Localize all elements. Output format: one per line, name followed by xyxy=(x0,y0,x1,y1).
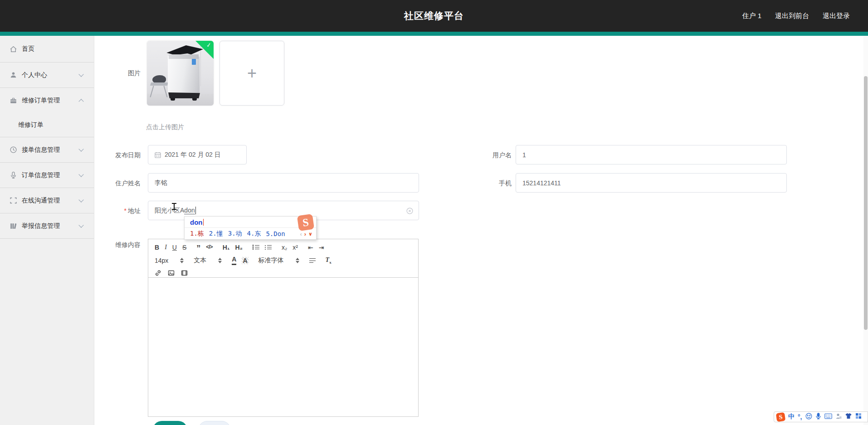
home-icon xyxy=(10,45,17,53)
ime-candidate-4[interactable]: 4.东 xyxy=(247,230,261,238)
strikethrough-button[interactable]: S xyxy=(182,244,186,251)
briefcase-icon xyxy=(10,97,17,105)
sogou-logo-icon[interactable]: S xyxy=(776,412,785,421)
submit-button[interactable] xyxy=(153,421,187,425)
resident-name-input[interactable]: 李铭 xyxy=(148,173,419,193)
editor-content-area[interactable] xyxy=(148,278,419,417)
address-value-committed: 阳光小区A xyxy=(155,207,184,215)
sidebar-item-label: 个人中心 xyxy=(22,71,47,79)
sidebar-item-repair-order-mgmt[interactable]: 维修订单管理 xyxy=(0,88,94,113)
cancel-button[interactable] xyxy=(198,421,231,425)
sidebar-item-label: 首页 xyxy=(22,45,34,53)
ime-candidate-5[interactable]: 5.Don xyxy=(266,230,285,237)
plus-icon: + xyxy=(247,65,257,82)
spinner-arrows-icon xyxy=(180,258,184,263)
publish-date-label: 发布日期 xyxy=(86,150,141,159)
heading1-button[interactable]: H₁ xyxy=(223,244,230,251)
header-link-user[interactable]: 住户 1 xyxy=(742,12,761,20)
address-label: *地址 xyxy=(86,206,141,215)
link-icon[interactable] xyxy=(155,270,161,276)
sidebar-subitem-repair-order[interactable]: 维修订单 xyxy=(0,113,94,137)
ordered-list-button[interactable] xyxy=(253,245,259,250)
ime-language-mode[interactable]: 中 xyxy=(788,413,795,421)
clear-input-icon[interactable] xyxy=(406,208,413,214)
clear-format-button[interactable]: Tx xyxy=(326,256,332,265)
page-scrollbar[interactable] xyxy=(863,36,868,425)
publish-date-value: 2021 年 02 月 02 日 xyxy=(165,151,221,159)
scrollbar-thumb[interactable] xyxy=(864,76,868,330)
header-link-logout[interactable]: 退出登录 xyxy=(823,12,850,20)
video-icon[interactable] xyxy=(181,270,188,276)
align-button[interactable] xyxy=(309,258,316,263)
indent-button[interactable]: ⇥ xyxy=(319,244,324,251)
top-navbar: 社区维修平台 住户 1 退出到前台 退出登录 xyxy=(0,0,868,32)
ime-candidate-2[interactable]: 2.懂 xyxy=(209,230,223,238)
font-size-select[interactable]: 14px xyxy=(155,257,184,264)
sidebar-item-label: 订单信息管理 xyxy=(22,171,60,179)
sidebar-item-order-info-mgmt[interactable]: 订单信息管理 xyxy=(0,163,94,188)
bullet-list-button[interactable] xyxy=(265,245,272,250)
uploaded-image-thumbnail[interactable]: ✓ xyxy=(147,41,214,106)
text-color-button[interactable]: A xyxy=(232,256,236,265)
ime-candidate-1[interactable]: 1.栋 xyxy=(190,230,204,238)
sidebar-item-home[interactable]: 首页 xyxy=(0,36,94,63)
italic-button[interactable]: I xyxy=(165,244,167,251)
toolbox-grid-icon[interactable] xyxy=(855,413,862,421)
repair-content-label: 维修内容 xyxy=(86,240,141,249)
ime-composition-row: don xyxy=(185,217,316,228)
heading2-button[interactable]: H₂ xyxy=(235,244,243,251)
chevron-down-icon xyxy=(78,146,83,151)
ime-candidate-3[interactable]: 3.动 xyxy=(228,230,242,238)
soft-keyboard-icon[interactable] xyxy=(824,413,832,421)
chevron-down-icon xyxy=(78,72,83,77)
outdent-button[interactable]: ⇤ xyxy=(308,244,313,251)
ime-more-icon[interactable]: ∨ xyxy=(308,231,312,237)
image-field-label: 图片 xyxy=(86,68,141,77)
image-icon[interactable] xyxy=(168,270,175,276)
sidebar-item-report-info-mgmt[interactable]: 举报信息管理 xyxy=(0,213,94,239)
ime-status-bar: S 中 °, xyxy=(774,411,868,422)
books-icon xyxy=(10,222,17,230)
header-links: 住户 1 退出到前台 退出登录 xyxy=(742,0,850,32)
sidebar-item-online-chat-mgmt[interactable]: 在线沟通管理 xyxy=(0,188,94,213)
chevron-down-icon xyxy=(78,197,83,202)
voice-input-icon[interactable] xyxy=(815,413,821,421)
underline-button[interactable]: U xyxy=(172,244,177,251)
emoji-icon[interactable] xyxy=(805,413,812,421)
publish-date-input[interactable]: 2021 年 02 月 02 日 xyxy=(148,145,247,164)
background-color-button[interactable]: A xyxy=(242,257,248,264)
username-input[interactable]: 1 xyxy=(516,145,787,164)
subscript-button[interactable]: x₂ xyxy=(282,244,287,251)
sidebar-item-personal-center[interactable]: 个人中心 xyxy=(0,63,94,88)
ime-composing-text: don xyxy=(190,218,203,226)
username-label: 用户名 xyxy=(457,150,512,159)
ime-punctuation-mode[interactable]: °, xyxy=(798,413,802,420)
address-value-composing: don xyxy=(184,207,195,214)
account-icon[interactable] xyxy=(835,413,842,421)
add-image-button[interactable]: + xyxy=(219,41,284,106)
resident-name-label: 住户姓名 xyxy=(86,179,141,188)
phone-input[interactable]: 15214121411 xyxy=(516,173,787,193)
accent-bar xyxy=(0,32,868,36)
code-block-button[interactable]: </> xyxy=(206,244,212,250)
spinner-arrows-icon xyxy=(218,258,222,263)
blockquote-button[interactable]: ” xyxy=(196,246,200,251)
font-family-select[interactable]: 标准字体 xyxy=(258,256,299,265)
text-style-select[interactable]: 文本 xyxy=(194,256,222,265)
superscript-button[interactable]: x² xyxy=(293,244,298,251)
ime-prev-page-icon[interactable]: ‹ xyxy=(300,231,302,237)
skin-icon[interactable] xyxy=(845,413,852,421)
ime-candidate-row: 1.栋 2.懂 3.动 4.东 5.Don ‹ › ∨ xyxy=(185,228,316,240)
header-link-exit-front[interactable]: 退出到前台 xyxy=(775,12,809,20)
chevron-down-icon xyxy=(78,222,83,227)
washer-photo-stool xyxy=(150,82,168,86)
sidebar-item-accept-info-mgmt[interactable]: 接单信息管理 xyxy=(0,137,94,163)
resident-name-value: 李铭 xyxy=(155,179,167,187)
ime-candidate-window: don 1.栋 2.懂 3.动 4.东 5.Don ‹ › ∨ S xyxy=(184,216,317,240)
check-icon: ✓ xyxy=(206,41,211,48)
bold-button[interactable]: B xyxy=(155,244,159,251)
editor-toolbar: B I U S ” </> H₁ H₂ x₂ x² ⇤ xyxy=(148,239,419,278)
ime-next-page-icon[interactable]: › xyxy=(304,231,306,237)
scan-icon xyxy=(10,197,17,204)
phone-value: 15214121411 xyxy=(522,179,561,187)
